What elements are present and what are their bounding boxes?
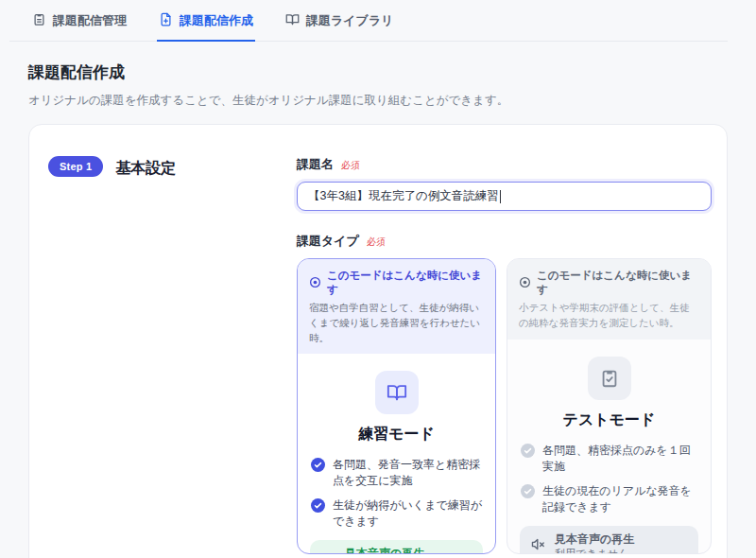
test-mode-banner: このモードはこんな時に使います 小テストや学期末の評価として、生徒の純粋な発音実… [507,259,711,340]
audio-feature-title: 見本音声の再生 [345,547,424,554]
speaker-muted-icon [530,536,546,554]
practice-mode-title: 練習モード [310,425,483,445]
page-header: 課題配信作成 オリジナルの課題を作成することで、生徒がオリジナル課題に取り組むこ… [0,42,756,124]
feature-text: 生徒が納得がいくまで練習ができます [333,497,482,530]
file-plus-icon [159,12,173,29]
feature-item: 生徒の現在のリアルな発音を記録できます [521,483,697,515]
tab-assignment-library[interactable]: 課題ライブラリ [284,0,396,42]
page-title: 課題配信作成 [28,61,728,83]
assignment-name-label: 課題名 [297,156,334,173]
step1-title: 基本設定 [115,159,176,179]
page-subtitle: オリジナルの課題を作成することで、生徒がオリジナル課題に取り組むことができます。 [28,93,728,109]
assignment-name-value: 【3年3組】現在完了の例文音読練習 [308,188,499,204]
feature-text: 各問題、精密採点のみを１回実施 [542,443,697,475]
check-circle-icon [311,458,325,472]
banner-title-text: このモードはこんな時に使います [537,269,699,297]
test-mode-title: テストモード [520,410,698,430]
tab-label: 課題配信管理 [53,12,127,29]
open-book-icon [375,371,419,414]
form-column: 課題名 必須 【3年3組】現在完了の例文音読練習 課題タイプ 必須 [297,156,712,558]
sample-audio-unavailable-box: 見本音声の再生 利用できません [520,526,698,554]
basic-settings-card: Step 1 基本設定 課題名 必須 【3年3組】現在完了の例文音読練習 課題タ… [28,124,728,558]
audio-feature-title: 見本音声の再生 [555,532,634,548]
required-badge: 必須 [341,159,360,172]
feature-item: 生徒が納得がいくまで練習ができます [311,497,482,530]
text-cursor [500,190,501,203]
tab-assignment-manage[interactable]: 課題配信管理 [30,0,129,42]
check-circle-icon-gray [521,444,535,458]
clipboard-icon [32,12,46,29]
speaker-icon [320,551,336,554]
check-circle-icon-gray [521,484,535,498]
step1-heading: Step 1 基本設定 [48,156,297,558]
test-mode-card[interactable]: このモードはこんな時に使います 小テストや学期末の評価として、生徒の純粋な発音実… [507,258,712,554]
feature-text: 生徒の現在のリアルな発音を記録できます [542,483,697,515]
tab-assignment-create[interactable]: 課題配信作成 [157,0,255,42]
banner-title-text: このモードはこんな時に使います [327,269,484,297]
assignment-name-input[interactable]: 【3年3組】現在完了の例文音読練習 [297,182,712,211]
check-circle-icon [311,498,325,513]
banner-description: 宿題や自学自習として、生徒が納得いくまで繰り返し発音練習を行わせたい時。 [309,301,484,345]
feature-item: 各問題、精密採点のみを１回実施 [521,443,697,475]
tab-label: 課題配信作成 [180,12,253,29]
target-icon [519,276,531,290]
required-badge: 必須 [367,235,386,249]
tab-label: 課題ライブラリ [306,12,394,29]
feature-text: 各問題、発音一致率と精密採点を交互に実施 [333,457,482,489]
tab-bar: 課題配信管理 課題配信作成 課題ライブラリ [9,0,728,42]
book-icon [285,12,300,29]
sample-audio-available-box: 見本音声の再生 利用可能です [310,540,483,554]
banner-description: 小テストや学期末の評価として、生徒の純粋な発音実力を測定したい時。 [519,301,699,331]
practice-mode-banner: このモードはこんな時に使います 宿題や自学自習として、生徒が納得いくまで繰り返し… [298,259,495,354]
audio-feature-status: 利用できません [555,547,634,554]
target-icon [309,276,321,290]
step1-badge: Step 1 [48,156,103,177]
clipboard-check-icon [588,357,631,400]
feature-item: 各問題、発音一致率と精密採点を交互に実施 [311,457,482,489]
practice-mode-card[interactable]: このモードはこんな時に使います 宿題や自学自習として、生徒が納得いくまで繰り返し… [297,258,496,554]
assignment-type-label: 課題タイプ [297,233,359,250]
